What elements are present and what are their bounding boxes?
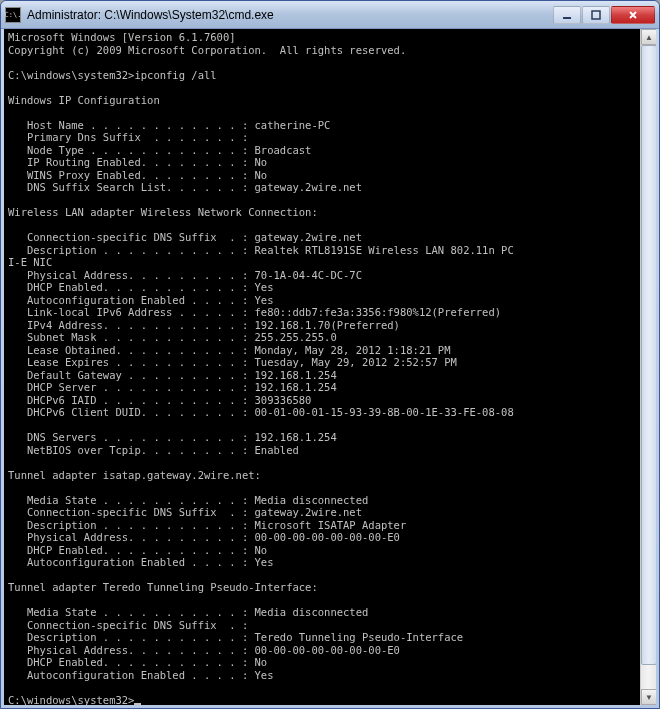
prompt: C:\windows\system32>	[8, 694, 134, 706]
scroll-down-button[interactable]: ▼	[641, 689, 656, 705]
window-title: Administrator: C:\Windows\System32\cmd.e…	[27, 8, 553, 22]
window-controls	[553, 6, 655, 24]
scrollbar[interactable]: ▲ ▼	[640, 29, 656, 705]
scroll-up-button[interactable]: ▲	[641, 29, 656, 45]
cmd-icon: C:\.	[5, 7, 21, 23]
terminal-output[interactable]: Microsoft Windows [Version 6.1.7600] Cop…	[4, 29, 640, 705]
cursor	[134, 703, 141, 705]
maximize-icon	[591, 10, 601, 20]
minimize-button[interactable]	[553, 6, 581, 24]
close-icon	[628, 10, 638, 20]
minimize-icon	[562, 10, 572, 20]
scroll-thumb[interactable]	[641, 45, 656, 665]
cmd-window: C:\. Administrator: C:\Windows\System32\…	[0, 0, 660, 709]
svg-rect-1	[592, 11, 600, 19]
svg-rect-0	[563, 17, 571, 19]
terminal-area: Microsoft Windows [Version 6.1.7600] Cop…	[4, 29, 656, 705]
titlebar[interactable]: C:\. Administrator: C:\Windows\System32\…	[1, 1, 659, 29]
close-button[interactable]	[611, 6, 655, 24]
maximize-button[interactable]	[582, 6, 610, 24]
